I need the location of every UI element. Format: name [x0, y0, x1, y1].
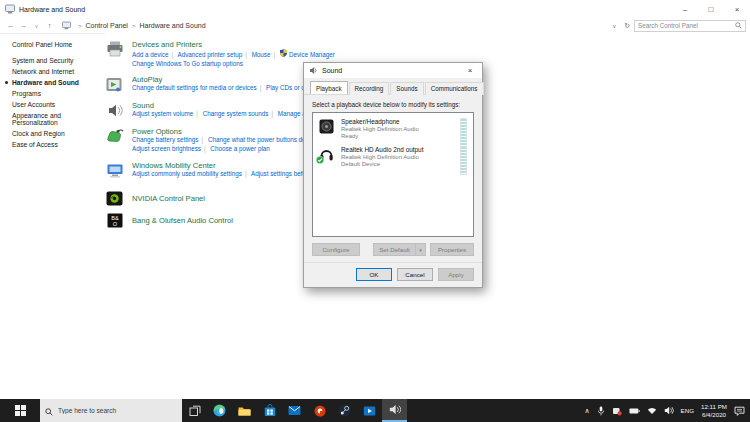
address-dropdown-icon[interactable]: ∨ [612, 23, 616, 29]
breadcrumb-separator: > [78, 23, 82, 29]
taskbar-search-input[interactable] [58, 407, 177, 414]
apply-button[interactable]: Apply [438, 268, 474, 281]
sidebar-item-hardware-and-sound[interactable]: Hardware and Sound [12, 79, 98, 86]
sound-dialog: Sound × Playback Recording Sounds Commun… [303, 62, 483, 288]
section-title-devices-and-printers[interactable]: Devices and Printers [132, 40, 335, 49]
device-speaker-headphone[interactable]: Speaker/Headphone Realtek High Definitio… [316, 117, 470, 141]
link-mobility-settings[interactable]: Adjust commonly used mobility settings [132, 170, 242, 177]
set-default-button[interactable]: Set Default [373, 243, 415, 256]
tray-audio-app-icon[interactable] [612, 406, 622, 416]
up-icon[interactable]: ↑ [43, 21, 56, 30]
sidebar-item-network-and-internet[interactable]: Network and Internet [12, 68, 98, 75]
task-view-icon[interactable] [182, 399, 207, 422]
link-device-manager[interactable]: Device Manager [289, 51, 335, 58]
volume-meter [460, 118, 467, 147]
breadcrumb-separator: > [132, 23, 136, 29]
breadcrumb-control-panel[interactable]: Control Panel [86, 22, 128, 29]
file-explorer-icon[interactable] [232, 399, 257, 422]
link-adjust-system-volume[interactable]: Adjust system volume [132, 110, 193, 117]
tab-communications[interactable]: Communications [425, 82, 484, 95]
link-advanced-printer-setup[interactable]: Advanced printer setup [177, 51, 242, 58]
search-icon [735, 22, 742, 30]
tab-sounds[interactable]: Sounds [390, 82, 423, 95]
tray-chevron-up-icon[interactable]: ∧ [584, 407, 589, 415]
tab-playback[interactable]: Playback [310, 81, 348, 94]
device-description: Realtek High Definition Audio [341, 154, 423, 161]
dialog-tabs: Playback Recording Sounds Communications [304, 78, 482, 95]
configure-button[interactable]: Configure [312, 243, 360, 256]
cancel-button[interactable]: Cancel [397, 268, 433, 281]
sound-window-taskbar-icon[interactable] [382, 399, 407, 422]
steam-icon[interactable] [332, 399, 357, 422]
mail-icon[interactable] [282, 399, 307, 422]
action-center-icon[interactable] [734, 406, 745, 416]
forward-icon[interactable]: → [17, 21, 30, 30]
tray-network-icon[interactable] [647, 406, 657, 415]
link-adjust-screen-brightness[interactable]: Adjust screen brightness [132, 145, 201, 152]
link-change-system-sounds[interactable]: Change system sounds [203, 110, 269, 117]
device-description: Realtek High Definition Audio [341, 126, 419, 133]
tray-microphone-icon[interactable] [597, 406, 605, 416]
sidebar-item-control-panel-home[interactable]: Control Panel Home [12, 41, 98, 48]
link-power-buttons[interactable]: Change what the power buttons do [208, 136, 306, 143]
headphones-device-icon [318, 146, 335, 163]
properties-button[interactable]: Properties [430, 243, 474, 256]
sidebar-item-system-and-security[interactable]: System and Security [12, 57, 98, 64]
tray-volume-icon[interactable] [664, 406, 674, 415]
link-add-a-device[interactable]: Add a device [132, 51, 168, 58]
dialog-titlebar: Sound × [304, 63, 482, 78]
store-icon[interactable] [257, 399, 282, 422]
sidebar: Control Panel Home System and Security N… [0, 34, 102, 152]
bang-olufsen-icon: B&O [105, 211, 124, 229]
speaker-icon [105, 101, 124, 119]
tray-battery-icon[interactable] [629, 407, 640, 415]
section-title-bang-olufsen[interactable]: Bang & Olufsen Audio Control [132, 216, 233, 225]
recent-pages-dropdown-icon[interactable]: ∨ [30, 23, 43, 29]
sidebar-item-programs[interactable]: Programs [12, 90, 98, 97]
control-panel-icon [5, 4, 15, 14]
sound-dialog-icon [309, 66, 318, 75]
tab-recording[interactable]: Recording [349, 82, 390, 95]
close-button[interactable]: × [724, 0, 750, 18]
sidebar-item-ease-of-access[interactable]: Ease of Access [12, 141, 98, 148]
maximize-button[interactable]: □ [698, 0, 724, 18]
tray-language-indicator[interactable]: ENG [681, 407, 694, 414]
link-choose-power-plan[interactable]: Choose a power plan [210, 145, 270, 152]
back-icon[interactable]: ← [4, 21, 17, 30]
link-change-battery-settings[interactable]: Change battery settings [132, 136, 199, 143]
refresh-icon[interactable]: ↻ [624, 22, 630, 30]
minimize-button[interactable]: – [672, 0, 698, 18]
window-title: Hardware and Sound [19, 6, 672, 13]
address-bar: ← → ∨ ↑ > Control Panel > Hardware and S… [0, 18, 750, 34]
set-default-dropdown-icon[interactable]: ▾ [415, 243, 426, 256]
breadcrumb-hardware-and-sound[interactable]: Hardware and Sound [139, 22, 205, 29]
office-icon[interactable] [307, 399, 332, 422]
windows-logo-icon [15, 405, 26, 416]
search-input[interactable] [638, 22, 735, 29]
mobility-center-icon [105, 161, 124, 179]
start-button[interactable] [0, 399, 40, 422]
active-bullet [5, 81, 8, 84]
device-realtek-2nd-output[interactable]: Realtek HD Audio 2nd output Realtek High… [316, 145, 470, 169]
link-windows-to-go[interactable]: Change Windows To Go startup options [132, 60, 243, 67]
device-status: Ready [341, 133, 419, 140]
autoplay-icon [105, 75, 124, 93]
sidebar-item-appearance-and-personalization[interactable]: Appearance and Personalization [12, 112, 94, 127]
link-change-default-settings-media[interactable]: Change default settings for media or dev… [132, 84, 257, 91]
link-mouse[interactable]: Mouse [252, 51, 271, 58]
control-panel-search[interactable] [634, 20, 746, 32]
movies-tv-icon[interactable] [357, 399, 382, 422]
dialog-close-icon[interactable]: × [458, 63, 482, 78]
tray-clock[interactable]: 12:11 PM 6/4/2020 [701, 403, 727, 418]
ok-button[interactable]: OK [356, 268, 392, 281]
dialog-instruction: Select a playback device below to modify… [304, 95, 482, 112]
sidebar-item-clock-and-region[interactable]: Clock and Region [12, 130, 98, 137]
taskbar-search[interactable] [40, 399, 182, 422]
section-title-nvidia-control-panel[interactable]: NVIDIA Control Panel [132, 194, 205, 203]
sidebar-item-user-accounts[interactable]: User Accounts [12, 101, 98, 108]
device-name: Speaker/Headphone [341, 118, 419, 126]
edge-icon[interactable] [207, 399, 232, 422]
default-device-check-icon [316, 156, 324, 165]
device-name: Realtek HD Audio 2nd output [341, 146, 423, 154]
taskbar: ∧ ENG 12:11 PM 6/4/2020 [0, 399, 750, 422]
